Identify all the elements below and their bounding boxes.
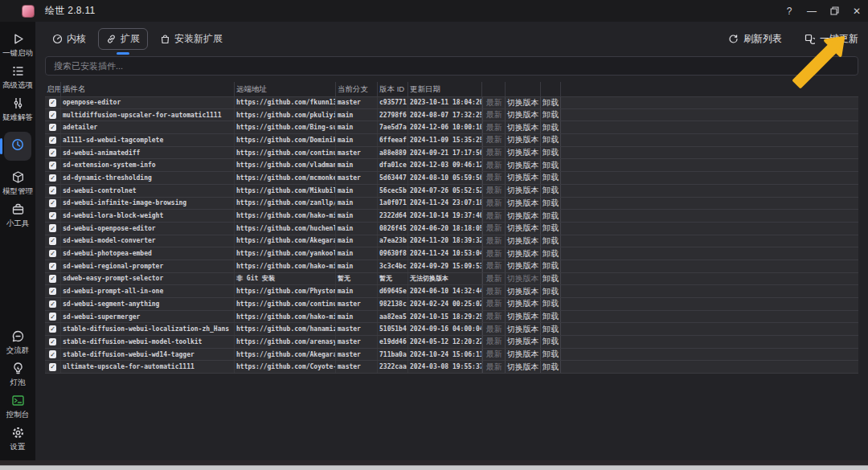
latest-button[interactable]: 最新 [482,198,506,210]
latest-button[interactable]: 最新 [482,235,506,247]
latest-button[interactable]: 最新 [482,323,506,335]
sidebar-item-tools[interactable]: 小工具 [0,200,35,230]
switch-version-button[interactable]: 切换版本 [506,97,541,108]
help-button[interactable]: ? [778,0,800,22]
enable-checkbox[interactable]: ✓ [45,121,61,133]
minimize-button[interactable]: — [800,0,823,22]
sidebar-item-settings[interactable]: 设置 [0,423,35,453]
switch-version-button[interactable]: 切换版本 [506,147,541,159]
switch-version-button[interactable]: 切换版本 [506,223,541,235]
latest-button[interactable]: 最新 [482,172,506,184]
enable-checkbox[interactable]: ✓ [45,273,61,285]
uninstall-button[interactable]: 卸载 [541,172,561,184]
sidebar-item-launch[interactable]: 一键启动 [0,30,35,59]
enable-checkbox[interactable]: ✓ [45,260,61,272]
update-all-button[interactable]: 一键更新 [805,32,858,46]
latest-button[interactable]: 最新 [482,285,506,297]
latest-button[interactable]: 最新 [482,109,506,121]
switch-version-button[interactable]: 切换版本 [506,121,541,133]
switch-version-button[interactable]: 切换版本 [506,185,541,197]
switch-version-button[interactable]: 切换版本 [506,109,541,121]
enable-checkbox[interactable]: ✓ [45,159,61,171]
enable-checkbox[interactable]: ✓ [45,298,61,310]
uninstall-button[interactable]: 卸载 [541,349,561,361]
sidebar-item-advanced[interactable]: 高级选项 [0,62,35,92]
latest-button[interactable]: 最新 [482,159,506,171]
enable-checkbox[interactable]: ✓ [45,349,61,361]
enable-checkbox[interactable]: ✓ [45,198,61,210]
switch-version-button[interactable]: 切换版本 [506,172,541,184]
switch-version-button[interactable]: 切换版本 [506,298,541,310]
enable-checkbox[interactable]: ✓ [45,336,61,348]
uninstall-button[interactable]: 卸载 [541,198,561,210]
uninstall-button[interactable]: 卸载 [541,121,561,133]
enable-checkbox[interactable]: ✓ [45,109,61,121]
uninstall-button[interactable]: 卸载 [541,109,561,121]
latest-button[interactable]: 最新 [482,121,506,133]
enable-checkbox[interactable]: ✓ [45,361,61,373]
latest-button[interactable]: 最新 [482,361,506,373]
uninstall-button[interactable]: 卸载 [541,97,561,108]
switch-version-button[interactable]: 切换版本 [506,260,541,272]
uninstall-button[interactable]: 卸载 [541,323,561,335]
uninstall-button[interactable]: 卸载 [541,147,561,159]
restore-icon[interactable] [823,0,845,22]
switch-version-button[interactable]: 切换版本 [506,198,541,210]
switch-version-button[interactable]: 切换版本 [506,210,541,222]
switch-version-button[interactable]: 切换版本 [506,247,541,260]
enable-checkbox[interactable]: ✓ [45,285,61,297]
enable-checkbox[interactable]: ✓ [45,247,61,260]
uninstall-button[interactable]: 卸载 [541,336,561,348]
latest-button[interactable]: 最新 [482,147,506,159]
uninstall-button[interactable]: 卸载 [541,247,561,260]
tab-install-new[interactable]: 安装新扩展 [153,29,230,49]
close-button[interactable]: ✕ [845,0,868,22]
enable-checkbox[interactable]: ✓ [45,223,61,235]
enable-checkbox[interactable]: ✓ [45,185,61,197]
enable-checkbox[interactable]: ✓ [45,147,61,159]
latest-button[interactable]: 最新 [482,298,506,310]
latest-button[interactable]: 最新 [482,247,506,260]
latest-button[interactable]: 最新 [482,223,506,235]
latest-button[interactable]: 最新 [482,273,506,285]
switch-version-button[interactable]: 切换版本 [506,323,541,335]
uninstall-button[interactable]: 卸载 [541,260,561,272]
switch-version-button[interactable]: 切换版本 [506,311,541,323]
enable-checkbox[interactable]: ✓ [45,172,61,184]
uninstall-button[interactable]: 卸载 [541,311,561,323]
switch-version-button[interactable]: 切换版本 [506,361,541,373]
switch-version-button[interactable]: 切换版本 [506,134,541,146]
search-input[interactable] [45,56,858,76]
latest-button[interactable]: 最新 [482,349,506,361]
latest-button[interactable]: 最新 [482,311,506,323]
uninstall-button[interactable]: 卸载 [541,134,561,146]
tab-extensions[interactable]: 扩展 [98,28,148,50]
latest-button[interactable]: 最新 [482,210,506,222]
switch-version-button[interactable]: 切换版本 [506,285,541,297]
enable-checkbox[interactable]: ✓ [45,323,61,335]
latest-button[interactable]: 最新 [482,185,506,197]
sidebar-item-community[interactable]: 交流群 [0,327,35,357]
latest-button[interactable]: 最新 [482,260,506,272]
latest-button[interactable]: 最新 [482,336,506,348]
switch-version-button[interactable]: 切换版本 [506,273,541,285]
switch-version-button[interactable]: 切换版本 [506,349,541,361]
enable-checkbox[interactable]: ✓ [45,235,61,247]
enable-checkbox[interactable]: ✓ [45,210,61,222]
uninstall-button[interactable]: 卸载 [541,273,561,285]
sidebar-item-lightbulb[interactable]: 灯泡 [0,359,35,389]
uninstall-button[interactable]: 卸载 [541,361,561,373]
sidebar-item-troubleshoot[interactable]: 疑难解答 [0,94,35,124]
enable-checkbox[interactable]: ✓ [45,134,61,146]
uninstall-button[interactable]: 卸载 [541,223,561,235]
uninstall-button[interactable]: 卸载 [541,159,561,171]
tab-kernel[interactable]: 内核 [45,29,93,49]
uninstall-button[interactable]: 卸载 [541,298,561,310]
uninstall-button[interactable]: 卸载 [541,185,561,197]
switch-version-button[interactable]: 切换版本 [506,235,541,247]
latest-button[interactable]: 最新 [482,97,506,108]
uninstall-button[interactable]: 卸载 [541,235,561,247]
enable-checkbox[interactable]: ✓ [45,97,61,108]
switch-version-button[interactable]: 切换版本 [506,336,541,348]
sidebar-item-models[interactable]: 模型管理 [0,168,35,198]
